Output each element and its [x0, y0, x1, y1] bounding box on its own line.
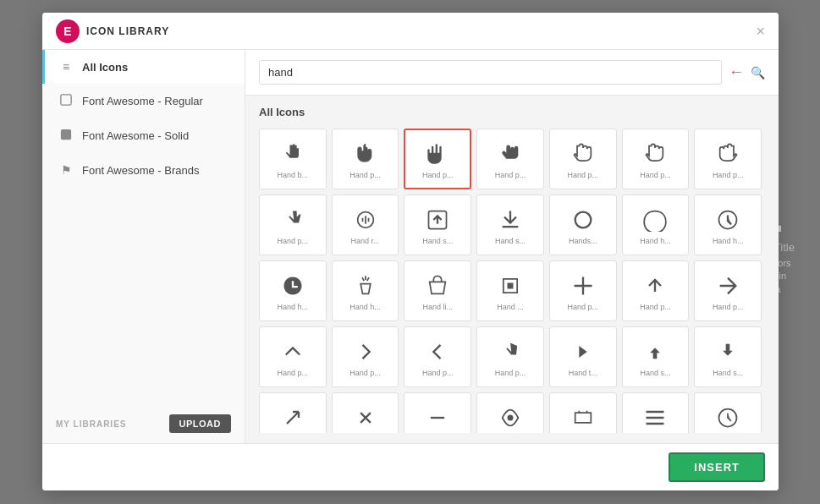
- close-button[interactable]: ×: [756, 24, 765, 39]
- sidebar: ≡ All Icons Font Awesome - Regular Font …: [42, 50, 245, 443]
- elementor-logo: E: [56, 19, 80, 43]
- sidebar-label-all-icons: All Icons: [82, 61, 128, 74]
- sidebar-label-fa-solid: Font Awesome - Solid: [82, 129, 189, 142]
- icon-label: Hand s...: [422, 237, 453, 246]
- icon-cell[interactable]: Hand p...: [259, 194, 327, 255]
- sidebar-libraries: MY LIBRARIES UPLOAD: [42, 404, 245, 443]
- search-input[interactable]: [259, 60, 722, 85]
- icon-library-modal: E ICON LIBRARY × ≡ All Icons Font Awesom…: [42, 13, 779, 490]
- icon-cell[interactable]: Hand p...: [694, 129, 762, 189]
- icon-label: Hand p...: [278, 237, 309, 246]
- icon-label: Hand p...: [422, 369, 454, 378]
- icon-cell[interactable]: Hands...: [549, 392, 617, 433]
- sidebar-label-fa-brands: Font Awesome - Brands: [82, 164, 200, 177]
- icons-section: All Icons Hand b... Hand p...: [245, 96, 779, 443]
- icon-cell[interactable]: Hand p...: [549, 260, 617, 321]
- icon-label: Hands...: [569, 237, 597, 246]
- icon-cell[interactable]: Hands ...: [622, 392, 690, 433]
- icon-cell-selected[interactable]: Hand p...: [404, 129, 471, 189]
- fa-solid-icon: [58, 129, 74, 143]
- icon-cell[interactable]: Hand h...: [259, 260, 327, 321]
- icon-label: Hand p...: [567, 303, 598, 312]
- sidebar-item-fa-regular[interactable]: Font Awesome - Regular: [42, 84, 245, 118]
- modal-title: ICON LIBRARY: [86, 25, 169, 37]
- fa-brands-icon: ⚑: [58, 163, 74, 177]
- sidebar-item-fa-solid[interactable]: Font Awesome - Solid: [42, 118, 245, 153]
- icons-grid-container[interactable]: Hand b... Hand p... Hand p...: [259, 129, 765, 433]
- icon-cell[interactable]: Hand h...: [622, 194, 690, 255]
- icon-label: Hand p...: [713, 171, 744, 180]
- icon-cell[interactable]: Hand b...: [259, 129, 327, 189]
- icon-label: Hand s...: [713, 369, 743, 378]
- modal-footer: INSERT: [42, 443, 779, 490]
- icon-cell[interactable]: Hand s...: [694, 326, 762, 387]
- all-icons-icon: ≡: [58, 60, 74, 74]
- icon-cell[interactable]: Hand li...: [404, 260, 471, 321]
- icon-label: Hand p...: [713, 303, 744, 312]
- icon-cell[interactable]: Hand t...: [549, 326, 617, 387]
- icon-label: Hand r...: [351, 237, 380, 246]
- icon-cell[interactable]: Hand p...: [332, 326, 399, 387]
- icon-cell[interactable]: Hand h...: [694, 194, 762, 255]
- icon-cell[interactable]: Hand s...: [622, 326, 690, 387]
- modal-header-left: E ICON LIBRARY: [56, 19, 169, 43]
- icon-label: Hand t...: [569, 369, 597, 378]
- icon-cell[interactable]: Hand p...: [694, 260, 762, 321]
- icon-cell[interactable]: Hands...: [694, 392, 762, 433]
- icon-cell[interactable]: Hand r...: [332, 194, 399, 255]
- icon-label: Hand h...: [713, 237, 744, 246]
- icon-label: Hand p...: [640, 171, 671, 180]
- icon-label: Hand b...: [278, 171, 309, 180]
- icon-cell[interactable]: Hand s...: [332, 392, 399, 433]
- icon-label: Hand ...: [497, 303, 524, 312]
- icon-label: Hand h...: [640, 237, 671, 246]
- icon-label: Hand p...: [495, 369, 526, 378]
- modal-overlay: 4. Item Title um dolorsadipiscinitae mal…: [0, 0, 820, 504]
- icon-cell[interactable]: Hand p...: [476, 129, 544, 189]
- modal-header: E ICON LIBRARY ×: [42, 13, 779, 50]
- icon-cell[interactable]: Hand s...: [476, 194, 544, 255]
- icon-label: Hand h...: [278, 303, 309, 312]
- my-libraries-label: MY LIBRARIES: [56, 419, 127, 429]
- arrow-icon: ←: [729, 63, 744, 81]
- sidebar-item-all-icons[interactable]: ≡ All Icons: [42, 50, 245, 84]
- section-title: All Icons: [259, 106, 765, 118]
- icon-label: Hand p...: [640, 303, 671, 312]
- icon-cell[interactable]: Hands...: [549, 194, 617, 255]
- icon-cell[interactable]: Hand p...: [332, 129, 399, 189]
- icon-cell[interactable]: Hand s...: [404, 194, 471, 255]
- search-bar: ← 🔍: [245, 50, 779, 96]
- search-icon: 🔍: [751, 66, 765, 79]
- icon-label: Hand p...: [349, 171, 381, 180]
- main-content: ← 🔍 All Icons Hand b...: [245, 50, 779, 443]
- icon-cell[interactable]: Hands: [476, 392, 544, 433]
- icon-cell[interactable]: Hand p...: [622, 260, 690, 321]
- icon-cell[interactable]: Hand p...: [476, 326, 544, 387]
- insert-button[interactable]: INSERT: [669, 452, 765, 482]
- icons-grid: Hand b... Hand p... Hand p...: [259, 129, 762, 433]
- icon-label: Hand s...: [495, 237, 526, 246]
- modal-body: ≡ All Icons Font Awesome - Regular Font …: [42, 50, 779, 443]
- upload-button[interactable]: UPLOAD: [169, 414, 231, 433]
- svg-point-4: [507, 414, 513, 420]
- fa-regular-icon: [58, 94, 74, 108]
- icon-cell[interactable]: Hand p...: [622, 129, 690, 189]
- svg-rect-1: [61, 129, 71, 140]
- svg-rect-0: [61, 95, 71, 105]
- icon-cell[interactable]: Hand h...: [332, 260, 399, 321]
- icon-label: Hand p...: [278, 369, 309, 378]
- icon-label: Hand h...: [349, 303, 381, 312]
- icon-cell[interactable]: Hand ...: [476, 260, 544, 321]
- sidebar-label-fa-regular: Font Awesome - Regular: [82, 95, 203, 107]
- icon-label: Hand p...: [422, 171, 454, 180]
- icon-cell[interactable]: Hand ...: [404, 392, 471, 433]
- elementor-letter: E: [63, 25, 71, 38]
- icon-cell[interactable]: Hand p...: [259, 326, 327, 387]
- sidebar-item-fa-brands[interactable]: ⚑ Font Awesome - Brands: [42, 153, 245, 187]
- icon-cell[interactable]: Hand s...: [259, 392, 327, 433]
- icon-cell[interactable]: Hand p...: [549, 129, 617, 189]
- icon-label: Hand p...: [349, 369, 381, 378]
- icon-label: Hand li...: [423, 303, 454, 312]
- icon-cell[interactable]: Hand p...: [404, 326, 471, 387]
- icon-label: Hand s...: [640, 369, 670, 378]
